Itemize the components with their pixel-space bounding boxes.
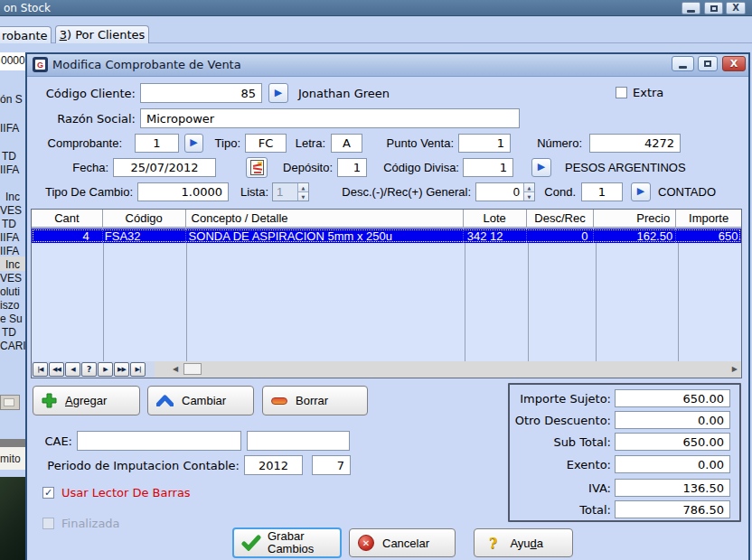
cell-concepto: SONDA DE ASPIRACION 5mm x 250u	[186, 229, 464, 243]
cond-input[interactable]: 1	[581, 182, 623, 201]
desc-rec-spinner[interactable]: 0 ▲▼	[475, 182, 535, 201]
cancelar-button[interactable]: ✕ Cancelar	[349, 528, 456, 557]
periodo-mes-input[interactable]: 7	[312, 455, 351, 475]
chevron-up-icon	[156, 395, 174, 406]
agregar-button[interactable]: Agregar	[33, 386, 140, 415]
app-maximize-button[interactable]	[704, 2, 723, 14]
cond-lookup-button[interactable]: ▶	[631, 182, 651, 201]
nav-first-button[interactable]: |◀	[33, 362, 48, 377]
bg-desktop-image	[0, 477, 25, 560]
spin-up-icon[interactable]: ▲	[524, 183, 534, 192]
nav-fast-next-button[interactable]: ▶▶	[114, 362, 129, 377]
finalizada-checkbox[interactable]	[42, 518, 54, 529]
nav-fast-prev-button[interactable]: ◀◀	[49, 362, 64, 377]
spinner-arrows[interactable]: ▲▼	[297, 183, 308, 201]
play-icon: ▶	[275, 88, 282, 98]
lista-spinner[interactable]: 1 ▲▼	[272, 182, 309, 201]
exento-label: Exento:	[567, 458, 611, 471]
bg-text-fragment: VES	[0, 272, 22, 285]
db-navigator-buttons: |◀ ◀◀ ◀ ? ▶ ▶▶ ▶|	[33, 362, 146, 377]
tab-por-clientes[interactable]: 3) Por Clientes	[55, 25, 149, 43]
otro-descuento-label: Otro Descuento:	[515, 414, 611, 427]
fecha-input[interactable]: 25/07/2012	[113, 158, 216, 177]
punto-venta-input[interactable]: 1	[458, 134, 511, 153]
nav-prev-button[interactable]: ◀	[65, 362, 80, 377]
cambiar-button[interactable]: Cambiar	[147, 386, 254, 415]
exento-value[interactable]: 0.00	[615, 455, 730, 473]
letra-input[interactable]: A	[331, 134, 362, 153]
grid-row-selected[interactable]: 4 FSA32 SONDA DE ASPIRACION 5mm x 250u 3…	[32, 229, 741, 243]
periodo-anio-input[interactable]: 2012	[244, 455, 303, 475]
dialog-minimize-button[interactable]	[672, 56, 694, 71]
codigo-cliente-input[interactable]: 85	[140, 83, 262, 103]
cae-input-1[interactable]	[77, 431, 241, 451]
tab-comprobante-label: robante	[2, 29, 48, 42]
grid-header: Cant Código Concepto / Detalle Lote Desc…	[32, 210, 741, 228]
total-value[interactable]: 786.50	[615, 500, 730, 518]
col-header-lote[interactable]: Lote	[464, 210, 527, 227]
divisa-nombre: PESOS ARGENTINOS	[565, 161, 686, 174]
importe-sujeto-value[interactable]: 650.00	[615, 389, 730, 407]
check-icon	[241, 535, 261, 551]
divisa-lookup-button[interactable]: ▶	[531, 158, 551, 177]
scroll-right-icon[interactable]: ▶	[732, 365, 738, 374]
col-header-codigo[interactable]: Código	[103, 210, 186, 227]
calendar-button[interactable]	[246, 157, 268, 178]
nav-search-button[interactable]: ?	[81, 362, 97, 377]
nav-last-button[interactable]: ▶|	[130, 362, 146, 377]
col-header-concepto[interactable]: Concepto / Detalle	[186, 210, 464, 227]
ayuda-label: Ayuda	[510, 537, 543, 550]
dialog-close-button[interactable]: X	[722, 56, 746, 71]
codigo-cliente-label: Código Cliente:	[46, 87, 136, 100]
tab-comprobante-partial[interactable]: robante	[0, 26, 52, 43]
borrar-button[interactable]: Borrar	[262, 386, 368, 415]
col-header-desc-rec[interactable]: Desc/Rec	[527, 210, 595, 227]
col-header-precio[interactable]: Precio	[594, 210, 676, 227]
grabar-cambios-button[interactable]: GrabarCambios	[232, 527, 342, 558]
scroll-thumb[interactable]	[183, 363, 202, 375]
cancel-x-icon: ✕	[358, 535, 374, 551]
sub-total-value[interactable]: 650.00	[615, 433, 730, 451]
cae-input-2[interactable]	[247, 431, 350, 451]
codigo-divisa-label: Código Divisa:	[383, 161, 459, 174]
scroll-left-icon[interactable]: ◀	[173, 365, 178, 374]
nav-next-button[interactable]: ▶	[98, 362, 113, 377]
tipo-cambio-input[interactable]: 1.0000	[137, 182, 229, 201]
comprobante-lookup-button[interactable]: ▶	[184, 134, 203, 153]
extra-checkbox[interactable]	[616, 87, 627, 98]
usar-lector-checkbox[interactable]: ✓	[42, 487, 54, 499]
play-icon: ▶	[190, 137, 197, 147]
razon-social-input[interactable]: Micropower	[140, 108, 520, 128]
col-header-importe[interactable]: Importe	[676, 210, 741, 227]
check-icon: ✓	[44, 487, 52, 499]
restore-icon	[704, 61, 711, 67]
spin-up-icon[interactable]: ▲	[298, 183, 308, 192]
codigo-divisa-input[interactable]: 1	[463, 158, 513, 177]
letra-label: Letra:	[296, 136, 325, 150]
dialog-app-icon: G	[33, 57, 48, 72]
app-minimize-button[interactable]	[682, 2, 700, 14]
cliente-lookup-button[interactable]: ▶	[268, 83, 288, 103]
deposito-input[interactable]: 1	[337, 158, 367, 177]
dialog-restore-button[interactable]	[698, 56, 718, 71]
spin-down-icon[interactable]: ▼	[524, 192, 534, 201]
comprobante-input[interactable]: 1	[135, 134, 179, 153]
minimize-icon	[687, 10, 695, 13]
bg-text-fragment: 0000	[1, 54, 25, 67]
grid-hscrollbar[interactable]: ◀ ▶	[155, 361, 741, 378]
grabar-label: GrabarCambios	[268, 530, 314, 555]
bg-field-fragment: 0000	[0, 52, 25, 70]
tipo-input[interactable]: FC	[245, 134, 287, 153]
numero-input[interactable]: 4272	[589, 134, 681, 153]
agregar-label: Agregar	[65, 394, 107, 407]
ayuda-button[interactable]: ? Ayuda	[474, 528, 573, 557]
spin-down-icon[interactable]: ▼	[298, 192, 308, 201]
iva-value[interactable]: 136.50	[615, 479, 730, 497]
app-close-button[interactable]: X	[726, 2, 746, 14]
otro-descuento-value[interactable]: 0.00	[615, 411, 730, 429]
punto-venta-label: Punto Venta:	[387, 136, 454, 150]
minimize-icon	[679, 66, 687, 69]
col-header-cant[interactable]: Cant	[32, 210, 103, 227]
app-titlebar[interactable]: on Stock	[0, 0, 752, 16]
spinner-arrows[interactable]: ▲▼	[523, 183, 534, 201]
